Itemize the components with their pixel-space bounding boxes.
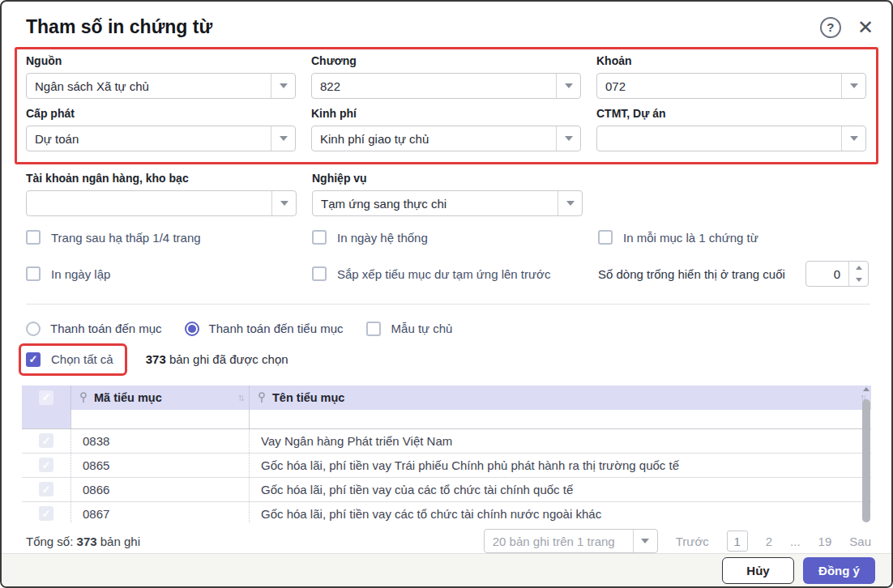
nguon-dropdown[interactable]: Ngân sách Xã tự chủ <box>26 73 296 99</box>
field-label: Kinh phí <box>311 107 581 120</box>
filter-name-input[interactable] <box>250 410 871 428</box>
filter-code-input[interactable] <box>71 410 249 428</box>
field-chuong: Chương 822 <box>311 54 581 99</box>
pin-icon <box>258 392 266 403</box>
column-header-code[interactable]: Mã tiểu mục ↑↓ <box>70 386 249 410</box>
radio-thanh-toan-den-muc[interactable]: Thanh toán đến mục <box>26 322 162 336</box>
scrollbar-thumb[interactable] <box>862 399 870 522</box>
field-nguon: Nguồn Ngân sách Xã tự chủ <box>26 54 296 99</box>
total-records: Tổng số: 373 bản ghi <box>26 535 140 548</box>
field-label: CTMT, Dự án <box>596 107 866 120</box>
row-checkbox[interactable] <box>39 482 53 496</box>
tai-khoan-dropdown[interactable] <box>26 190 297 216</box>
close-icon[interactable]: ✕ <box>857 18 874 37</box>
khoan-dropdown[interactable]: 072 <box>596 73 866 99</box>
blank-rows-stepper[interactable]: 0 <box>805 261 869 287</box>
table-row[interactable]: 0838 Vay Ngân hàng Phát triển Việt Nam <box>22 429 871 454</box>
ctmt-du-an-dropdown[interactable] <box>596 126 866 151</box>
field-khoan: Khoản 072 <box>596 54 866 99</box>
stepper-down-icon[interactable] <box>849 274 868 286</box>
page-2-button[interactable]: 2 <box>766 535 772 548</box>
header-select-checkbox[interactable] <box>39 390 53 405</box>
checkbox-sap-xep-tieu-muc[interactable]: Sắp xếp tiểu mục dư tạm ứng lên trước <box>312 261 583 287</box>
chevron-down-icon[interactable] <box>558 191 582 215</box>
divider <box>26 304 870 305</box>
checkbox-box <box>312 266 327 281</box>
chevron-down-icon[interactable] <box>841 126 865 151</box>
field-label: Chương <box>311 54 581 67</box>
blank-rows-label: Số dòng trống hiển thị ở trang cuối <box>598 267 785 281</box>
scroll-up-icon[interactable] <box>863 387 870 391</box>
highlight-params-annotation: Nguồn Ngân sách Xã tự chủ Chương 822 Kho… <box>15 47 878 164</box>
field-kinh-phi: Kinh phí Kinh phí giao tự chủ <box>311 107 581 151</box>
checkbox-box <box>312 230 327 245</box>
cancel-button[interactable]: Hủy <box>722 557 794 584</box>
select-all-label: Chọn tất cả <box>51 352 113 366</box>
footer-bar: Hủy Đồng ý <box>2 553 891 586</box>
field-nghiep-vu: Nghiệp vụ Tạm ứng sang thực chi <box>312 172 583 216</box>
cap-phat-dropdown[interactable]: Dự toán <box>26 126 296 151</box>
page-19-button[interactable]: 19 <box>818 535 832 548</box>
radio-thanh-toan-den-tieu-muc[interactable]: Thanh toán đến tiểu mục <box>185 322 344 336</box>
table-row[interactable]: 0867 Gốc hóa lãi, phí tiền vay các tổ ch… <box>22 502 871 523</box>
checkbox-in-ngay-lap[interactable]: In ngày lập <box>26 261 297 287</box>
row-checkbox[interactable] <box>39 433 53 448</box>
checkbox-in-ngay-he-thong[interactable]: In ngày hệ thống <box>312 230 583 245</box>
blank-rows-field: Số dòng trống hiển thị ở trang cuối 0 <box>598 261 869 287</box>
field-label: Tài khoản ngân hàng, kho bạc <box>26 172 297 185</box>
row-checkbox[interactable] <box>39 458 53 472</box>
table-scrollbar[interactable] <box>861 387 871 523</box>
sub-item-table: Mã tiểu mục ↑↓ Tên tiểu mục ↑↓ 0838 Vay … <box>22 386 871 523</box>
prev-page-button[interactable]: Trước <box>676 535 709 548</box>
select-all-checkbox[interactable] <box>26 352 41 367</box>
pagination: 20 bản ghi trên 1 trang Trước 1 2 ... 19… <box>484 529 871 553</box>
chevron-down-icon[interactable] <box>271 126 295 151</box>
print-parameters-dialog: Tham số in chứng từ ? ✕ Nguồn Ngân sách … <box>0 0 893 588</box>
page-title: Tham số in chứng từ <box>26 16 212 38</box>
table-filter-row <box>22 410 871 429</box>
selected-count: 373 bản ghi đã được chọn <box>146 352 288 366</box>
chuong-dropdown[interactable]: 822 <box>311 73 581 99</box>
field-ctmt-du-an: CTMT, Dự án <box>596 107 866 151</box>
field-cap-phat: Cấp phát Dự toán <box>26 107 296 151</box>
stepper-up-icon[interactable] <box>849 262 868 274</box>
table-row[interactable]: 0866 Gốc hóa lãi, phí tiền vay của các t… <box>22 478 871 502</box>
page-ellipsis: ... <box>790 535 801 548</box>
checkbox-box <box>366 322 381 336</box>
chevron-down-icon[interactable] <box>556 126 580 151</box>
checkbox-mau-tu-chu[interactable]: Mẫu tự chủ <box>366 322 453 336</box>
sort-icon[interactable]: ↑↓ <box>237 392 242 403</box>
field-label: Nguồn <box>26 54 296 67</box>
table-header: Mã tiểu mục ↑↓ Tên tiểu mục ↑↓ <box>22 386 871 410</box>
nghiep-vu-dropdown[interactable]: Tạm ứng sang thực chi <box>312 190 583 216</box>
table-row[interactable]: 0865 Gốc hóa lãi, phí tiền vay Trái phiế… <box>22 454 871 478</box>
help-icon[interactable]: ? <box>820 17 841 38</box>
chevron-down-icon[interactable] <box>271 74 295 98</box>
highlight-select-all-annotation: Chọn tất cả <box>19 343 127 376</box>
chevron-down-icon[interactable] <box>556 74 580 98</box>
radio-circle <box>26 322 41 336</box>
chevron-down-icon[interactable] <box>841 74 865 98</box>
radio-circle-selected <box>185 322 199 336</box>
chevron-down-icon[interactable] <box>633 530 657 552</box>
checkbox-box <box>26 230 41 245</box>
ok-button[interactable]: Đồng ý <box>803 557 875 584</box>
row-checkbox[interactable] <box>39 506 53 521</box>
field-label: Cấp phát <box>26 107 296 120</box>
chevron-down-icon[interactable] <box>271 191 296 215</box>
field-label: Khoản <box>596 54 866 67</box>
kinh-phi-dropdown[interactable]: Kinh phí giao tự chủ <box>311 126 581 151</box>
field-tai-khoan: Tài khoản ngân hàng, kho bạc <box>26 172 297 216</box>
page-1-current[interactable]: 1 <box>727 530 748 552</box>
field-label: Nghiệp vụ <box>312 172 583 185</box>
page-size-dropdown[interactable]: 20 bản ghi trên 1 trang <box>484 529 658 553</box>
checkbox-box <box>26 266 41 281</box>
checkbox-in-moi-muc[interactable]: In mỗi mục là 1 chứng từ <box>598 230 869 245</box>
title-bar: Tham số in chứng từ ? ✕ <box>2 2 891 38</box>
checkbox-trang-sau-ha-thap[interactable]: Trang sau hạ thấp 1/4 trang <box>26 230 297 245</box>
pin-icon <box>79 392 88 403</box>
next-page-button[interactable]: Sau <box>849 535 871 548</box>
column-header-name[interactable]: Tên tiểu mục ↑↓ <box>249 386 871 410</box>
checkbox-box <box>598 230 613 245</box>
